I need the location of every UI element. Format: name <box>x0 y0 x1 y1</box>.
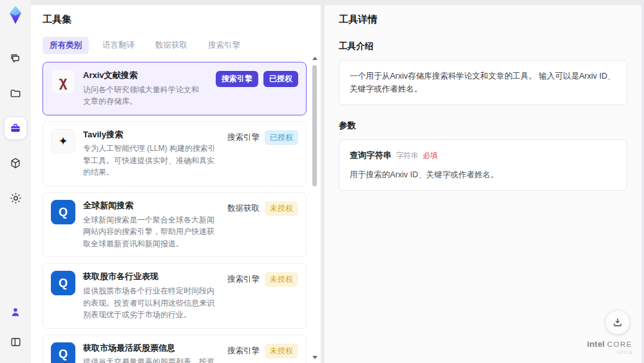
tool-auth-status-badge: 未授权 <box>265 272 298 287</box>
tool-icon <box>51 200 75 224</box>
tool-category-badge: 搜索引擎 <box>216 71 258 87</box>
user-avatar-icon[interactable] <box>5 301 26 323</box>
main-content: 工具集 所有类别 语言翻译 数据获取 搜索引擎 Arxiv文献搜索 访问各个研究… <box>31 5 644 363</box>
brand-ultra-text: Ultra <box>587 349 632 355</box>
tool-name: Tavily搜索 <box>83 129 216 141</box>
tool-auth-status-badge: 未授权 <box>265 201 298 216</box>
category-tabs: 所有类别 语言翻译 数据获取 搜索引擎 <box>43 37 312 54</box>
tool-detail-panel: 工具详情 工具介绍 一个用于从Arxiv存储库搜索科学论文和文章的工具。 输入可… <box>325 5 641 363</box>
tool-name: Arxiv文献搜索 <box>83 70 204 81</box>
tool-icon <box>51 129 75 153</box>
sidebar-bottom <box>5 301 26 363</box>
param-required-flag: 必填 <box>423 150 438 161</box>
tool-description: 提供当天交易量最高的股票列表。投资者可以利用这些信息来识别流动性强的股票和潜在的… <box>83 356 216 363</box>
tool-icon <box>51 342 75 363</box>
chat-icon[interactable] <box>5 48 26 70</box>
tab-label: 搜索引擎 <box>208 41 240 50</box>
tool-icon <box>51 271 75 295</box>
tool-category-badge: 数据获取 <box>227 203 260 214</box>
folder-icon[interactable] <box>5 83 26 104</box>
brand-core-text: core <box>607 340 632 348</box>
tool-auth-status-badge: 未授权 <box>265 344 298 358</box>
scroll-up-arrow-icon[interactable] <box>312 57 317 60</box>
params-heading: 参数 <box>339 120 627 132</box>
params-list: 查询字符串 字符串 必填 用于搜索的Arxiv ID、关键字或作者姓名。 <box>339 139 627 191</box>
briefcase-icon[interactable] <box>5 117 26 139</box>
cube-icon[interactable] <box>5 152 26 174</box>
tool-name: 获取股市各行业表现 <box>83 271 216 282</box>
panel-toggle-icon[interactable] <box>5 331 26 353</box>
tool-description: 专为人工智能代理 (LLM) 构建的搜索引擎工具。可快速提供实时、准确和真实的结… <box>83 142 216 179</box>
intro-heading: 工具介绍 <box>339 41 627 52</box>
tool-description: 提供股票市场各个行业在特定时间段内的表现。投资者可以利用这些信息来识别表现优于或… <box>83 285 216 321</box>
gear-icon[interactable] <box>5 187 26 209</box>
tool-list-item[interactable]: 全球新闻搜索 全球新闻搜索是一个聚合全球各大新闻网站内容的搜索引擎，帮助用户快速… <box>43 192 307 257</box>
tab-label: 数据获取 <box>155 41 187 50</box>
tool-name: 全球新闻搜索 <box>83 200 216 211</box>
download-button[interactable] <box>605 310 630 335</box>
tool-list-item[interactable]: Arxiv文献搜索 访问各个研究领域大量科学论文和文章的存储库。 搜索引擎 已授… <box>43 62 307 115</box>
intro-box: 一个用于从Arxiv存储库搜索科学论文和文章的工具。 输入可以是Arxiv ID… <box>339 60 627 105</box>
tool-description: 全球新闻搜索是一个聚合全球各大新闻网站内容的搜索引擎，帮助用户快速获取全球最新资… <box>83 214 216 250</box>
list-scrollbar[interactable] <box>311 57 319 359</box>
brand-intel-text: intel <box>587 339 605 349</box>
app-logo-diamond-icon[interactable] <box>5 4 26 26</box>
sidebar <box>0 0 31 363</box>
tool-list-item[interactable]: 获取股市各行业表现 提供股票市场各个行业在特定时间段内的表现。投资者可以利用这些… <box>43 263 307 328</box>
param-type: 字符串 <box>396 150 419 161</box>
detail-title: 工具详情 <box>339 14 627 26</box>
tool-icon <box>51 70 75 94</box>
intel-core-logo: intel core Ultra <box>587 339 632 355</box>
download-icon <box>612 317 623 328</box>
scrollbar-thumb[interactable] <box>312 65 317 186</box>
tool-category-badge: 搜索引擎 <box>227 274 260 285</box>
param-description: 用于搜索的Arxiv ID、关键字或作者姓名。 <box>350 168 616 181</box>
tool-category-badge: 搜索引擎 <box>227 346 260 357</box>
tool-name: 获取市场最活跃股票信息 <box>83 342 216 354</box>
tool-description: 访问各个研究领域大量科学论文和文章的存储库。 <box>83 84 204 108</box>
category-tab[interactable]: 搜索引擎 <box>201 37 247 54</box>
category-tab[interactable]: 语言翻译 <box>95 37 142 54</box>
category-tab[interactable]: 数据获取 <box>148 37 194 54</box>
tab-label: 语言翻译 <box>102 41 135 50</box>
tool-auth-status-badge: 已授权 <box>265 130 298 145</box>
tool-category-badge: 搜索引擎 <box>227 132 260 143</box>
page-title: 工具集 <box>43 14 312 26</box>
scroll-down-arrow-icon[interactable] <box>312 356 317 359</box>
tool-list-item[interactable]: Tavily搜索 专为人工智能代理 (LLM) 构建的搜索引擎工具。可快速提供实… <box>43 121 307 186</box>
tool-list-item[interactable]: 获取市场最活跃股票信息 提供当天交易量最高的股票列表。投资者可以利用这些信息来识… <box>43 335 307 363</box>
sidebar-nav <box>5 48 26 209</box>
category-tab[interactable]: 所有类别 <box>43 37 89 54</box>
tool-list-panel: 工具集 所有类别 语言翻译 数据获取 搜索引擎 Arxiv文献搜索 访问各个研究… <box>31 5 321 363</box>
tool-auth-status-badge: 已授权 <box>263 71 298 87</box>
tab-label: 所有类别 <box>50 41 82 50</box>
param-name: 查询字符串 <box>350 149 392 162</box>
tool-list: Arxiv文献搜索 访问各个研究领域大量科学论文和文章的存储库。 搜索引擎 已授… <box>43 62 312 363</box>
param-box: 查询字符串 字符串 必填 用于搜索的Arxiv ID、关键字或作者姓名。 <box>339 139 627 191</box>
